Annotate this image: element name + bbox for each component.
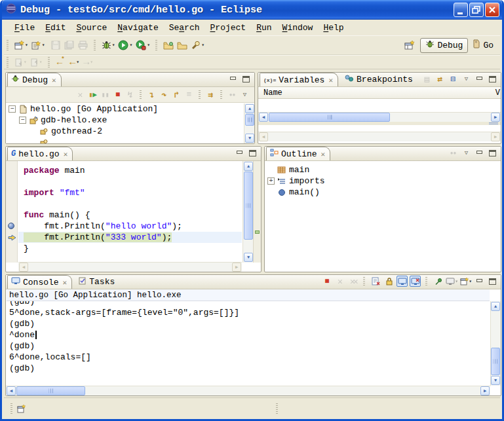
run-launch-button[interactable]: ▾ xyxy=(117,39,134,52)
menu-item-window[interactable]: Window xyxy=(277,22,319,34)
step-return-button[interactable]: ↱ xyxy=(171,89,182,100)
debug-tree-row[interactable]: −gdb-hello.exe xyxy=(7,115,243,126)
debug-tree-row[interactable] xyxy=(7,137,243,143)
code-line[interactable]: fmt.Println("333 world"); xyxy=(18,232,242,243)
detail-pane-splitter[interactable] xyxy=(258,122,501,125)
debug-tree-row[interactable]: −hello.go [Go Application] xyxy=(7,103,243,115)
scroll-down-button[interactable]: ▼ xyxy=(491,376,500,385)
scroll-left-button[interactable]: ◀ xyxy=(259,132,268,141)
code-line[interactable]: import "fmt" xyxy=(18,187,242,198)
show-stdout-button[interactable] xyxy=(397,276,408,287)
back-dropdown[interactable]: ▾ xyxy=(76,60,79,65)
menu-item-project[interactable]: Project xyxy=(205,22,252,34)
close-icon[interactable]: ✕ xyxy=(52,76,56,84)
toolbar-grip[interactable] xyxy=(7,57,9,67)
search-dropdown[interactable]: ▾ xyxy=(201,43,204,48)
editor-gutter[interactable] xyxy=(6,161,18,263)
scroll-thumb[interactable] xyxy=(244,172,253,240)
tab-variables[interactable]: (x)= Variables ✕ xyxy=(260,73,338,86)
debug-launch-dropdown[interactable]: ▾ xyxy=(112,43,115,48)
show-logical-structure-button[interactable]: ⇄ xyxy=(435,73,446,84)
last-edit-location-button[interactable]: ←* xyxy=(54,56,68,69)
scroll-thumb[interactable] xyxy=(16,386,85,395)
minimize-view-icon[interactable] xyxy=(476,150,483,156)
editor-body[interactable]: package mainimport "fmt"func main() { fm… xyxy=(6,161,261,263)
variables-view-menu[interactable]: ▽ xyxy=(461,73,472,84)
view-management-button[interactable]: ●● xyxy=(227,89,238,100)
menu-item-help[interactable]: Help xyxy=(318,22,349,34)
debug-launch-button[interactable]: ▾ xyxy=(100,39,117,52)
scroll-up-button[interactable]: ▲ xyxy=(244,162,253,171)
column-value[interactable]: V xyxy=(495,88,500,98)
debug-view-menu[interactable]: ▽ xyxy=(239,89,250,100)
tab-debug[interactable]: Debug ✕ xyxy=(7,73,62,86)
scroll-right-button[interactable]: ▶ xyxy=(491,132,500,141)
variables-detail-pane[interactable] xyxy=(258,125,501,132)
external-tools-button[interactable]: ▾ xyxy=(134,39,151,52)
terminate-button[interactable]: ■ xyxy=(112,89,123,100)
debug-tree-row[interactable]: gothread-2 xyxy=(7,126,243,137)
tab-hello-go[interactable]: G hello.go ✕ xyxy=(7,147,73,160)
statusbar-grip[interactable] xyxy=(10,403,12,414)
restore-button[interactable] xyxy=(469,3,484,17)
clear-console-button[interactable] xyxy=(370,276,381,287)
open-console-button[interactable]: ▾ xyxy=(460,276,472,287)
close-button[interactable] xyxy=(485,3,499,17)
minimize-view-icon[interactable] xyxy=(476,278,483,285)
detail-horizontal-scrollbar[interactable]: ◀ ▶ xyxy=(258,132,501,141)
code-line[interactable]: fmt.Println("hello world"); xyxy=(18,221,242,232)
expand-toggle[interactable]: + xyxy=(267,177,275,185)
close-icon[interactable]: ✕ xyxy=(328,76,333,84)
console-terminate-button[interactable]: ■ xyxy=(321,276,332,287)
open-resource-button[interactable] xyxy=(176,39,189,52)
outline-row[interactable]: main xyxy=(265,164,500,175)
close-icon[interactable]: ✕ xyxy=(63,278,68,287)
maximize-view-icon[interactable] xyxy=(489,278,496,285)
toolbar-grip[interactable] xyxy=(48,57,50,67)
step-into-button[interactable]: ↴ xyxy=(146,89,157,100)
minimize-view-icon[interactable] xyxy=(229,76,237,82)
next-annotation-button[interactable]: ▾ xyxy=(13,56,28,69)
minimize-view-icon[interactable] xyxy=(236,150,243,156)
remove-terminated-button[interactable]: ✕ xyxy=(75,89,86,100)
console-horizontal-scrollbar[interactable]: ◀ ▶ xyxy=(6,386,490,395)
tab-breakpoints[interactable]: Breakpoints xyxy=(338,73,419,86)
maximize-view-icon[interactable] xyxy=(489,150,496,156)
collapse-toggle[interactable]: − xyxy=(19,117,26,124)
close-icon[interactable]: ✕ xyxy=(64,150,68,158)
editor-horizontal-scrollbar[interactable]: ◀ ▶ xyxy=(18,262,242,272)
collapse-toggle[interactable]: − xyxy=(9,105,16,113)
scroll-thumb[interactable] xyxy=(245,114,254,126)
disconnect-button[interactable]: ↯ xyxy=(125,89,136,100)
menu-item-search[interactable]: Search xyxy=(164,22,205,34)
current-line-mark[interactable] xyxy=(255,230,260,234)
column-name[interactable]: Name xyxy=(258,88,282,98)
step-over-button[interactable]: ↷ xyxy=(159,89,170,100)
tab-console[interactable]: Console ✕ xyxy=(7,275,72,289)
editor-code[interactable]: package mainimport "fmt"func main() { fm… xyxy=(18,161,242,263)
previous-annotation-button[interactable]: ▾ xyxy=(29,56,44,69)
menu-item-source[interactable]: Source xyxy=(71,22,112,34)
code-line[interactable] xyxy=(18,198,242,210)
breakpoint-icon[interactable] xyxy=(8,223,14,229)
drop-to-frame-button[interactable]: ≡ xyxy=(184,89,195,100)
resume-button[interactable]: ▮▶ xyxy=(87,89,98,100)
scroll-right-button[interactable]: ▶ xyxy=(232,263,241,272)
scroll-thumb[interactable] xyxy=(491,348,500,375)
scroll-left-button[interactable]: ◀ xyxy=(19,263,28,272)
menu-item-navigate[interactable]: Navigate xyxy=(112,22,163,34)
scroll-left-button[interactable]: ◀ xyxy=(7,386,16,395)
outline-row[interactable]: +imports xyxy=(265,175,500,187)
save-all-button[interactable] xyxy=(63,39,76,52)
search-button[interactable]: ▾ xyxy=(189,39,206,52)
show-stderr-button[interactable] xyxy=(410,276,421,287)
external-tools-dropdown[interactable]: ▾ xyxy=(147,43,150,48)
perspective-debug-button[interactable]: Debug xyxy=(420,38,468,53)
pin-console-button[interactable] xyxy=(433,276,444,287)
scroll-thumb[interactable] xyxy=(269,113,390,122)
new-wizard-dropdown[interactable]: ▾ xyxy=(25,43,28,48)
code-line[interactable]: package main xyxy=(18,165,242,176)
maximize-view-icon[interactable] xyxy=(249,150,256,156)
maximize-view-icon[interactable] xyxy=(242,76,250,82)
back-button[interactable]: ←▾ xyxy=(68,56,81,69)
